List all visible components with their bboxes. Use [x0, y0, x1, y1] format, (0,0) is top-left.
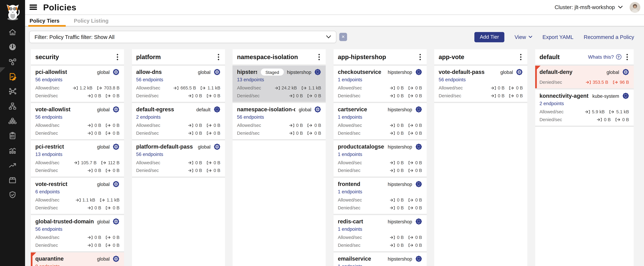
policies-icon: [8, 72, 17, 81]
policy-card-quarantine[interactable]: quarantineglobal0 endpoints: [31, 252, 124, 266]
sidebar-item-policies[interactable]: [0, 69, 25, 84]
policy-card-pci-allowlist[interactable]: pci-allowlistglobal56 endpointsAllowed/s…: [31, 66, 124, 102]
policy-card-default-egress[interactable]: default-egressdefaultns2 endpointsAllowe…: [132, 103, 225, 139]
ingress-icon: [188, 94, 194, 98]
endpoints-link[interactable]: 6 endpoints: [35, 189, 60, 194]
policy-card-default-deny[interactable]: default-denyglobalDenied/sec353.5 B96 B: [535, 66, 634, 88]
clear-filter-button[interactable]: ✕: [339, 33, 347, 41]
sidebar-item-compliance[interactable]: [0, 128, 25, 143]
whats-this-link[interactable]: Whats this??: [588, 54, 621, 60]
endpoints-link[interactable]: 56 endpoints: [35, 77, 62, 82]
sidebar-item-threat-defense[interactable]: [0, 187, 25, 202]
policy-card-allow-dns[interactable]: allow-dnsglobal56 endpointsAllowed/sec66…: [132, 66, 225, 102]
policy-card-namespace-isolation-default-p[interactable]: namespace-isolation-default-p…global56 e…: [232, 103, 326, 139]
tier-column-default: defaultWhats this??default-denyglobalDen…: [535, 49, 634, 266]
endpoints-link[interactable]: 13 endpoints: [35, 152, 62, 157]
menu-icon[interactable]: [30, 4, 37, 10]
ingress-icon: [390, 243, 396, 248]
policy-name: frontend: [338, 181, 360, 187]
endpoints-link[interactable]: 1 endpoints: [338, 114, 362, 120]
stat-value-out: 0 B: [415, 235, 422, 240]
tier-column-namespace-isolation: namespace-isolationhipstershop-gh…Staged…: [232, 49, 326, 266]
stat-label: Denied/sec: [35, 93, 58, 98]
egress-icon: [106, 168, 111, 173]
stat-row: Allowed/sec0 B0 B: [338, 198, 422, 203]
tier-menu-button[interactable]: [317, 53, 321, 61]
sidebar-item-endpoints[interactable]: [0, 113, 25, 128]
policy-filter-dropdown[interactable]: Filter: Policy Traffic filter: Show All: [29, 31, 336, 43]
add-tier-button[interactable]: Add Tier: [474, 32, 504, 42]
policy-card-cartservice[interactable]: cartservicehipstershopns1 endpointsAllow…: [333, 103, 426, 139]
policy-card-hipstershop-gh[interactable]: hipstershop-gh…Stagedhipstershopns13 end…: [232, 66, 326, 102]
stat-row: Allowed/sec0 B0 B: [237, 123, 321, 128]
sidebar-item-packages[interactable]: [0, 172, 25, 187]
sidebar-item-network-topology[interactable]: [0, 54, 25, 69]
stat-value-out: 0 B: [415, 168, 422, 173]
policy-card-checkoutservice[interactable]: checkoutservicehipstershopns1 endpointsA…: [333, 66, 426, 102]
tier-menu-button[interactable]: [418, 53, 422, 61]
policy-card-pci-restrict[interactable]: pci-restrictglobal13 endpointsAllowed/se…: [31, 140, 124, 176]
endpoints-link[interactable]: 13 endpoints: [237, 77, 264, 82]
stat-row: Denied/sec353.5 B96 B: [540, 80, 629, 85]
policy-card-frontend[interactable]: frontendhipstershopns1 endpointsAllowed/…: [333, 178, 426, 214]
calico-logo[interactable]: [0, 0, 25, 22]
tier-menu-button[interactable]: [625, 53, 629, 61]
policy-card-vote-default-pass[interactable]: vote-default-passglobal56 endpointsAllow…: [434, 66, 527, 102]
endpoints-link[interactable]: 56 endpoints: [35, 114, 62, 120]
policy-card-redis-cart[interactable]: redis-carthipstershopns1 endpointsAllowe…: [333, 215, 426, 251]
policy-card-emailservice[interactable]: emailservicehipstershopns1 endpointsAllo…: [333, 252, 426, 266]
cluster-selector[interactable]: Cluster: jlt-msft-workshop: [554, 4, 622, 10]
policy-card-vote-allowlist[interactable]: vote-allowlistglobal56 endpointsAllowed/…: [31, 103, 124, 139]
endpoints-link[interactable]: 1 endpoints: [338, 189, 362, 194]
export-yaml-button[interactable]: Export YAML: [542, 34, 573, 40]
stat-label: Allowed/sec: [35, 123, 60, 128]
stat-value-in: 1.2 kB: [80, 86, 92, 91]
tier-menu-button[interactable]: [116, 53, 120, 61]
endpoints-link[interactable]: 56 endpoints: [136, 77, 163, 82]
sidebar-item-trends[interactable]: [0, 158, 25, 172]
tab-policy-tiers[interactable]: Policy Tiers: [30, 15, 60, 26]
tab-policy-listing[interactable]: Policy Listing: [74, 15, 109, 26]
policy-card-konnectivity-agent[interactable]: konnectivity-agentkube-systemns2 endpoin…: [535, 90, 634, 126]
policy-card-global-trusted-domains[interactable]: global-trusted-domainsglobal56 endpoints…: [31, 215, 124, 251]
sidebar-item-service-graph[interactable]: [0, 84, 25, 98]
endpoints-link[interactable]: 1 endpoints: [338, 226, 362, 232]
tier-menu-button[interactable]: [519, 53, 523, 61]
stat-value-out: 0 B: [113, 123, 120, 128]
sidebar-item-home[interactable]: [0, 25, 25, 40]
endpoints-link[interactable]: 1 endpoints: [338, 152, 362, 157]
endpoints-link[interactable]: 2 endpoints: [136, 114, 161, 120]
endpoints-cluster-icon: [8, 116, 17, 125]
stat-value-in: 0 B: [195, 123, 202, 128]
kebab-menu-icon: [318, 54, 320, 60]
trending-arrow-icon: [8, 161, 17, 169]
policy-card-platform-default-pass[interactable]: platform-default-passglobal56 endpointsA…: [132, 140, 225, 176]
global-scope-icon: [112, 68, 120, 76]
avatar[interactable]: [630, 2, 640, 12]
sidebar-item-dashboard[interactable]: [0, 40, 25, 54]
stat-row: Denied/sec0 B0 B: [136, 130, 220, 136]
sidebar-item-timeline[interactable]: [0, 143, 25, 158]
stat-value-in: 0 B: [397, 205, 404, 210]
endpoints-link[interactable]: 56 endpoints: [35, 226, 62, 232]
endpoints-link[interactable]: 1 endpoints: [338, 264, 362, 266]
recommend-policy-button[interactable]: Recommend a Policy: [584, 34, 634, 40]
tab-bar: Policy Tiers Policy Listing: [25, 15, 644, 27]
endpoints-link[interactable]: 56 endpoints: [439, 77, 466, 82]
ingress-icon: [88, 235, 93, 240]
endpoints-link[interactable]: 2 endpoints: [540, 101, 564, 106]
tier-menu-button[interactable]: [216, 53, 220, 61]
help-icon[interactable]: ?: [616, 54, 621, 60]
endpoints-link[interactable]: 0 endpoints: [35, 264, 60, 266]
view-menu-button[interactable]: View: [514, 34, 532, 40]
endpoints-link[interactable]: 56 endpoints: [136, 152, 163, 157]
endpoints-link[interactable]: 56 endpoints: [237, 114, 264, 120]
shield-check-icon: [8, 190, 17, 199]
sidebar-item-hierarchy[interactable]: [0, 98, 25, 113]
policy-card-vote-restrict[interactable]: vote-restrictglobal6 endpointsAllowed/se…: [31, 178, 124, 214]
toolbar-actions: Add Tier View Export YAML Recommend a Po…: [474, 32, 634, 42]
staged-badge: Staged: [261, 68, 284, 76]
endpoints-link[interactable]: 1 endpoints: [338, 77, 362, 82]
namespace-scope-icon: ns: [314, 68, 321, 76]
policy-card-productcatalogservice[interactable]: productcatalogservicehipstershopns1 endp…: [333, 140, 426, 176]
